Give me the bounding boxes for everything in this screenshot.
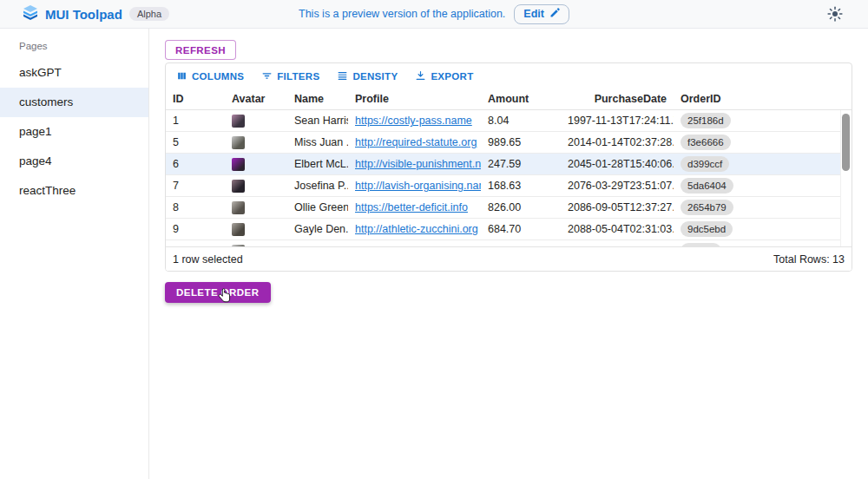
pencil-icon [549,8,560,21]
edit-button[interactable]: Edit [514,4,569,24]
cell-orderid: 5da6404 [674,178,760,194]
profile-link[interactable]: http://required-statute.org [355,136,477,148]
cell-amount: 684.70 [481,223,561,235]
cell-orderid: 2654b79 [674,200,760,215]
cell-amount: 168.63 [481,180,561,192]
profile-link[interactable]: https://better-deficit.info [355,201,468,213]
preview-banner: This is a preview version of the applica… [0,0,868,28]
cell-id: 1 [166,115,225,127]
customers-data-grid: COLUMNS FILTERS DENSITY [165,62,852,272]
download-icon [415,70,426,83]
cell-profile: http://lavish-organising.name [348,180,481,192]
sidebar-item-customers[interactable]: customers [0,88,148,117]
cell-orderid: d399ccf [674,156,760,172]
cell-name: Sean Harris [287,115,348,127]
order-id-chip: 9dc5ebd [681,221,733,237]
profile-link[interactable]: https://costly-pass.name [355,115,472,127]
sidebar-item-page4[interactable]: page4 [0,147,148,176]
vertical-scrollbar-track[interactable] [840,110,852,248]
selection-status: 1 row selected [173,253,243,266]
profile-link[interactable]: http://athletic-zucchini.org [355,223,478,235]
cell-name: Elbert McL... [287,158,348,170]
cell-name: Miss Juan ... [287,136,348,148]
density-button[interactable]: DENSITY [332,68,403,86]
app-root: MUI Toolpad Alpha This is a preview vers… [0,0,868,479]
cell-amount: 826.00 [481,201,561,213]
column-header-name[interactable]: Name [287,93,348,105]
refresh-button[interactable]: REFRESH [165,40,236,60]
order-id-chip: d399ccf [681,156,729,172]
avatar [232,180,245,193]
sidebar-item-page1[interactable]: page1 [0,117,148,147]
cell-purchasedate: 2088-05-04T02:31:03.294Z [561,223,674,235]
table-row[interactable]: 9 Gayle Den... http://athletic-zucchini.… [166,219,852,240]
table-row-selected[interactable]: 6 Elbert McL... http://visible-punishmen… [166,154,852,175]
density-button-label: DENSITY [352,71,398,82]
export-button[interactable]: EXPORT [410,68,478,86]
cell-profile: http://required-statute.org [348,136,481,148]
table-row[interactable]: 8 Ollie Green... https://better-deficit.… [166,197,852,219]
delete-order-button[interactable]: DELETE ORDER [165,282,271,303]
cell-orderid: f3e6666 [674,135,760,150]
cell-orderid: 9dc5ebd [674,221,760,237]
cell-orderid: 25f186d [674,113,760,128]
table-row[interactable]: 5 Miss Juan ... http://required-statute.… [166,132,852,154]
sidebar: Pages askGPT customers page1 page4 react… [0,29,149,479]
profile-link[interactable]: http://visible-punishment.net [355,158,481,170]
main-content: REFRESH COLUMNS FILTERS [149,29,868,479]
filter-list-icon [261,70,273,83]
cell-amount: 989.65 [481,136,561,148]
avatar [232,136,245,149]
density-lines-icon [337,70,348,83]
cell-name: Josefina P... [287,180,348,192]
export-button-label: EXPORT [431,71,473,82]
columns-button-label: COLUMNS [192,71,244,82]
column-header-id[interactable]: ID [166,93,225,105]
avatar [232,223,245,236]
column-header-purchasedate[interactable]: PurchaseDate [561,93,674,105]
columns-button[interactable]: COLUMNS [171,68,249,86]
preview-notice: This is a preview version of the applica… [299,8,505,20]
cell-id: 6 [166,158,225,170]
sidebar-section-label: Pages [0,29,148,58]
cell-id: 8 [166,201,225,213]
cell-profile: https://better-deficit.info [348,201,481,213]
grid-rows-viewport: 1 Sean Harris https://costly-pass.name 8… [166,110,852,246]
theme-toggle-button[interactable] [826,6,844,23]
grid-header-row: ID Avatar Name Profile Amount PurchaseDa… [166,88,852,110]
cell-id: 9 [166,223,225,235]
table-row[interactable]: 7 Josefina P... http://lavish-organising… [166,175,852,197]
avatar [232,158,245,171]
column-header-avatar[interactable]: Avatar [225,93,287,105]
order-id-chip: 2654b79 [681,200,733,215]
filters-button-label: FILTERS [277,71,319,82]
cell-avatar [225,157,287,170]
app-bar: MUI Toolpad Alpha This is a preview vers… [0,0,868,29]
profile-link[interactable]: http://lavish-organising.name [355,180,481,192]
column-header-orderid[interactable]: OrderID [674,93,760,105]
sidebar-item-askgpt[interactable]: askGPT [0,58,148,88]
sun-icon [827,11,843,24]
vertical-scrollbar-thumb[interactable] [842,114,850,171]
cell-name: Ollie Green... [287,201,348,213]
cell-profile: https://costly-pass.name [348,115,481,127]
sidebar-item-reactthree[interactable]: reactThree [0,176,148,206]
column-header-amount[interactable]: Amount [481,93,561,105]
column-header-profile[interactable]: Profile [348,93,481,105]
cell-purchasedate: 2086-09-05T12:37:27.015Z [561,201,674,213]
cell-purchasedate: 1997-11-13T17:24:11.769Z [561,115,674,127]
cell-profile: http://visible-punishment.net [348,158,481,170]
filters-button[interactable]: FILTERS [256,68,325,86]
cell-avatar [225,200,287,213]
cell-avatar [225,114,287,127]
table-row[interactable]: 1 Sean Harris https://costly-pass.name 8… [166,110,852,132]
cell-purchasedate: 2014-01-14T02:37:28.536Z [561,136,674,148]
edit-button-label: Edit [523,8,544,20]
cell-avatar [225,179,287,192]
view-column-icon [176,70,187,83]
order-id-chip: 25f186d [681,113,731,128]
cell-amount: 247.59 [481,158,561,170]
cell-name: Gayle Den... [287,223,348,235]
cell-id: 7 [166,180,225,192]
cell-amount: 8.04 [481,115,561,127]
